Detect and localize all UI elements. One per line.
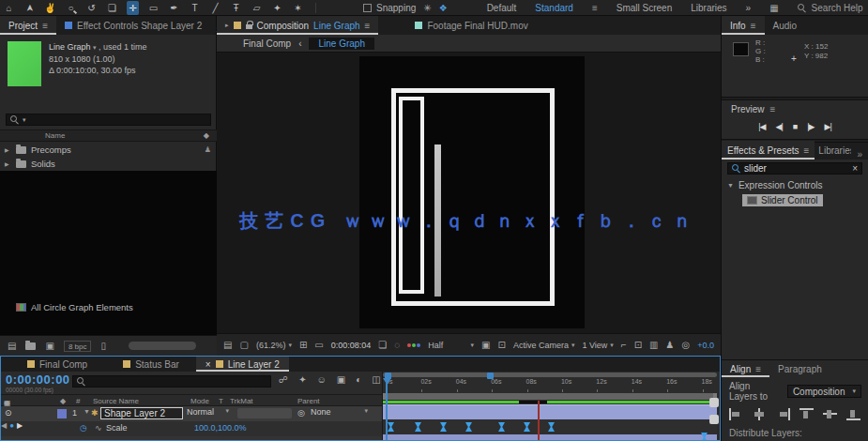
mask-feather-icon[interactable]: ✳ [423,3,431,13]
layer-name-field[interactable]: Shape Layer 2 [100,407,183,419]
align-top-button[interactable] [799,408,814,420]
tab-effect-controls[interactable]: Effect Controls Shape Layer 2 [56,16,210,35]
view-layout-dropdown[interactable]: 1 View ▾ [582,341,613,350]
current-timecode[interactable]: 0:00:00:00 [6,373,70,387]
label-column-icon[interactable]: ◆ [204,131,209,140]
type-tool[interactable]: T [189,1,201,15]
flowchart-icon[interactable]: ♟ [666,340,675,350]
keyframe[interactable] [388,422,394,432]
keyframe[interactable] [415,422,421,432]
project-item-solids[interactable]: ▶ Solids [0,157,217,171]
blend-mode-dropdown[interactable]: Normal▾ [187,407,232,417]
property-value[interactable]: 100.0,100.0% [194,423,247,433]
tab-align[interactable]: Align ≡ [722,360,769,377]
viewer-timecode[interactable]: 0:00:08:04 [331,341,372,350]
time-ruler[interactable]: 0s02s04s06s08s10s12s14s16s18s [383,378,720,393]
tab-composition-line-graph[interactable]: ▸ Composition Line Graph ≡ [217,16,378,35]
viewer-window-icon[interactable]: ▢ [239,340,248,350]
frame-blending-icon[interactable]: ▣ [337,374,345,385]
keyframe-toggle-icon[interactable]: ● [9,421,14,430]
twirl-down-icon[interactable]: ▼ [727,182,734,189]
exposure-value[interactable]: +0.0 [697,341,714,350]
transparency-grid-icon[interactable]: ⊡ [498,340,506,350]
hand-tool[interactable]: ✌ [44,1,56,15]
motion-blur-icon[interactable]: ◐ [356,374,361,385]
workspace-small-screen[interactable]: Small Screen [617,3,672,13]
property-row-scale[interactable]: ◀ ● ▶ ◷ ∿ Scale 100.0,100.0% [1,421,382,436]
panel-menu-icon[interactable]: ≡ [755,364,761,374]
trkmat-column-header[interactable]: TrkMat [230,397,253,405]
clone-stamp-tool[interactable]: Ŧ [230,1,242,15]
keyframe[interactable] [498,422,505,432]
panel-menu-icon[interactable]: ≡ [804,145,810,156]
transform-gizmo-icon[interactable]: ❖ [439,3,448,13]
panel-menu-icon[interactable]: ≡ [42,21,48,31]
region-of-interest-icon[interactable]: ▣ [481,340,490,350]
effects-group-expression-controls[interactable]: ▼ Expression Controls [722,177,868,193]
tab-footage-final-hud[interactable]: Footage Final HUD.mov [406,16,536,35]
parent-column-header[interactable]: Parent [297,397,320,405]
workspace-libraries[interactable]: Libraries [691,3,726,13]
breadcrumb-parent[interactable]: Final Comp [243,38,291,49]
tab-effects-presets[interactable]: Effects & Presets ≡ [722,141,815,160]
mask-visibility-icon[interactable]: ▭ [314,340,323,350]
lock-icon[interactable] [246,24,252,29]
name-column-header[interactable]: Name [45,131,65,140]
t-column-header[interactable]: T [219,397,223,405]
snapping-checkbox[interactable] [363,4,372,12]
effects-search-input[interactable]: slider × [727,162,862,175]
graph-editor-set-icon[interactable] [709,415,719,424]
marker-bin-icon[interactable] [709,398,719,407]
timeline-tab-final-comp[interactable]: Final Comp [18,357,97,372]
stopwatch-icon[interactable]: ◷ [80,423,87,433]
label-column-icon[interactable]: ◆ [60,397,66,405]
grid-options-icon[interactable]: ⊞ [299,340,307,350]
first-frame-button[interactable]: |◀ [758,122,765,131]
workspace-default[interactable]: Default [487,3,517,13]
panel-menu-icon[interactable]: ≡ [751,21,756,31]
align-vertical-center-button[interactable] [823,408,837,420]
layer-row-shape-layer-2[interactable]: ⊙ 1 ▼ ✱ Shape Layer 2 Normal▾ ◎ None▾ [1,406,382,421]
breadcrumb-current[interactable]: Line Graph [309,38,373,50]
index-column-header[interactable]: # [76,397,80,405]
playhead-line[interactable] [386,378,388,440]
layer-color-chip[interactable] [57,409,67,418]
eraser-tool[interactable]: ▱ [251,1,263,15]
keyframe[interactable] [701,433,708,440]
workspace-standard[interactable]: Standard [535,3,573,13]
timeline-button-icon[interactable]: ▥ [649,340,658,350]
keyframe[interactable] [524,422,530,432]
layer-duration-bar[interactable] [383,404,717,419]
brush-tool[interactable]: ╱ [209,1,221,15]
color-depth-button[interactable]: 8 bpc [64,341,92,352]
footer-scrollbar[interactable] [129,342,196,350]
align-horizontal-center-button[interactable] [753,408,767,420]
effects-item-slider-control[interactable]: Slider Control [742,194,823,206]
search-options-caret-icon[interactable]: ▾ [23,116,26,124]
keyframe-track[interactable] [383,419,717,434]
keyframe[interactable] [548,422,555,432]
keyframe[interactable] [465,422,472,432]
camera-tool[interactable]: ❏ [106,1,118,15]
new-folder-icon[interactable] [25,342,36,350]
previous-keyframe-icon[interactable]: ◀ [1,421,7,430]
puppet-pin-tool[interactable]: ✶ [292,1,304,15]
timeline-tab-line-layer-2[interactable]: × Line Layer 2 [196,357,289,372]
show-snapshot-icon[interactable]: ◌ [394,340,400,350]
roto-brush-tool[interactable]: ✦ [271,1,283,15]
align-to-dropdown[interactable]: Composition ▾ [787,385,861,398]
panel-menu-icon[interactable]: ≡ [770,104,776,114]
align-right-button[interactable] [776,408,790,420]
channels-icon[interactable] [407,343,420,347]
delete-icon[interactable]: ▯ [100,341,106,351]
exposure-reset-icon[interactable]: ◎ [681,340,690,350]
viewer-body[interactable]: 技艺CG ｗｗｗ．ｑｄｎｘｘｆｂ．ｃｎ [217,53,721,333]
workspace-bar-icon[interactable]: ▦ [769,3,778,13]
pixel-aspect-icon[interactable]: ⌐ [621,340,627,350]
help-search[interactable]: Search Help [798,3,865,13]
panel-menu-icon[interactable]: ≡ [365,21,371,31]
rotation-tool[interactable]: ↺ [85,1,98,15]
selection-tool[interactable]: ➤ [23,2,37,14]
next-frame-button[interactable]: |▶ [807,122,814,131]
graph-editor-icon[interactable]: ◫ [372,374,380,385]
